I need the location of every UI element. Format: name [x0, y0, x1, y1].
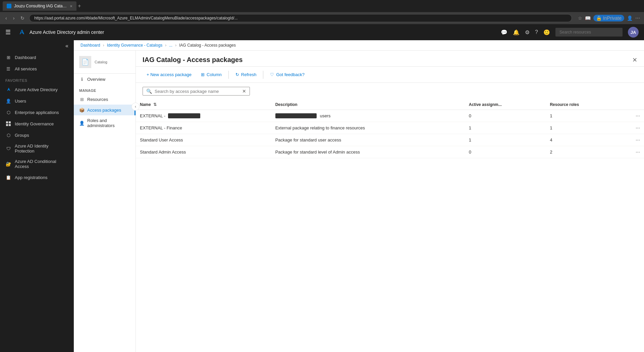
feedback-button[interactable]: ♡ Got feedback?: [266, 70, 309, 79]
row-3-actions[interactable]: ⋯: [620, 134, 644, 146]
sidebar-item-label: Users: [15, 99, 26, 104]
sidebar-item-label: All services: [15, 66, 37, 71]
svg-rect-1: [9, 121, 11, 123]
sidebar-item-azure-ad[interactable]: Azure Active Directory: [0, 84, 74, 95]
column-label: Column: [207, 72, 222, 77]
profile-icon[interactable]: 👤: [627, 15, 633, 21]
row-2-description: External package relating to finance res…: [271, 122, 465, 134]
secondary-nav-roles-admins[interactable]: 👤 Roles and administrators: [74, 115, 136, 131]
groups-icon: ⬡: [5, 132, 11, 138]
row-4-resource-roles: 2: [546, 146, 619, 158]
column-button[interactable]: ⊞ Column: [197, 70, 226, 79]
left-sidebar: « ⊞ Dashboard ☰ All services FAVORITES A…: [0, 40, 74, 352]
row-1-description: users: [271, 110, 465, 122]
secondary-sidebar-collapse-button[interactable]: ‹: [131, 103, 140, 111]
inprivate-icon: 🔒: [596, 15, 602, 21]
col-header-name[interactable]: Name ⇅: [136, 100, 271, 110]
search-input[interactable]: [155, 89, 239, 94]
table-row: Standard Admin Access Package for standa…: [136, 146, 644, 158]
tab-close-button[interactable]: ✕: [70, 4, 72, 8]
tab-favicon: [7, 4, 11, 8]
table-row: EXTERNAL - Finance External package rela…: [136, 122, 644, 134]
row-actions-icon[interactable]: ⋯: [636, 125, 640, 130]
forward-button[interactable]: ›: [12, 15, 16, 21]
back-button[interactable]: ‹: [4, 15, 8, 21]
redacted-name: [168, 113, 200, 118]
identity-protection-icon: 🛡: [5, 145, 11, 152]
azure-logo: [17, 28, 25, 36]
breadcrumb: Dashboard › Identity Governance - Catalo…: [74, 40, 644, 51]
row-actions-icon[interactable]: ⋯: [636, 150, 640, 155]
all-services-icon: ☰: [5, 66, 11, 72]
catalog-icon: 📄: [79, 56, 91, 68]
row-2-name[interactable]: EXTERNAL - Finance: [136, 122, 271, 134]
row-1-actions[interactable]: ⋯: [620, 110, 644, 122]
sidebar-item-label: Azure Active Directory: [15, 87, 58, 92]
new-access-package-button[interactable]: + New access package: [143, 70, 196, 79]
secondary-nav-access-packages[interactable]: 📦 Access packages: [74, 105, 136, 115]
settings-icon[interactable]: ⋯: [635, 15, 640, 21]
app-header: ☰ Azure Active Directory admin center 💬 …: [0, 24, 644, 40]
tab-title: Jouzu Consulting IAG Catalog -: [14, 4, 67, 8]
refresh-button[interactable]: ↻: [19, 15, 26, 21]
col-header-description[interactable]: Description: [271, 100, 465, 110]
app-title: Azure Active Directory admin center: [30, 30, 497, 35]
breadcrumb-ellipsis[interactable]: ...: [169, 43, 172, 48]
breadcrumb-dashboard[interactable]: Dashboard: [80, 43, 100, 48]
settings-gear-icon[interactable]: ⚙: [525, 29, 530, 36]
toolbar-divider-2: [263, 71, 263, 79]
sidebar-item-label: App registrations: [15, 175, 48, 180]
sidebar-collapse-button[interactable]: «: [0, 40, 74, 52]
reading-list-icon[interactable]: 📖: [585, 15, 591, 21]
star-icon[interactable]: ☆: [578, 15, 582, 21]
notifications-icon[interactable]: 🔔: [513, 29, 520, 36]
resources-icon: ⊞: [79, 97, 85, 102]
breadcrumb-sep-1: ›: [103, 43, 104, 48]
tab-bar: Jouzu Consulting IAG Catalog - ✕ +: [0, 0, 644, 12]
sidebar-item-dashboard[interactable]: ⊞ Dashboard: [0, 52, 74, 63]
access-packages-icon: 📦: [79, 107, 85, 113]
toolbar: + New access package ⊞ Column ↻ Refresh: [136, 67, 644, 83]
app-container: ☰ Azure Active Directory admin center 💬 …: [0, 24, 644, 352]
secondary-sidebar-header: 📄 Catalog: [74, 51, 136, 74]
row-3-name[interactable]: Standard User Access: [136, 134, 271, 146]
browser-actions: ☆ 📖 🔒 InPrivate 👤 ⋯: [578, 15, 640, 21]
breadcrumb-identity-governance[interactable]: Identity Governance - Catalogs: [107, 43, 162, 48]
global-search-input[interactable]: [555, 28, 623, 37]
col-header-resource-roles[interactable]: Resource roles: [546, 100, 619, 110]
new-tab-button[interactable]: +: [78, 3, 81, 9]
sidebar-item-identity-protection[interactable]: 🛡 Azure AD Identity Protection: [0, 141, 74, 156]
row-4-name[interactable]: Standard Admin Access: [136, 146, 271, 158]
refresh-label: Refresh: [241, 72, 257, 77]
row-2-actions[interactable]: ⋯: [620, 122, 644, 134]
user-avatar[interactable]: JA: [628, 27, 639, 38]
sidebar-item-enterprise-apps[interactable]: ⬡ Enterprise applications: [0, 107, 74, 118]
sidebar-item-conditional-access[interactable]: 🔐 Azure AD Conditional Access: [0, 156, 74, 172]
emoji-icon[interactable]: 🙂: [543, 29, 550, 36]
sidebar-item-app-registrations[interactable]: 📋 App registrations: [0, 172, 74, 183]
secondary-nav-resources[interactable]: ⊞ Resources: [74, 94, 136, 105]
sidebar-item-all-services[interactable]: ☰ All services: [0, 63, 74, 74]
search-clear-button[interactable]: ✕: [242, 89, 246, 94]
row-actions-icon[interactable]: ⋯: [636, 113, 640, 118]
help-icon[interactable]: ?: [535, 29, 538, 35]
close-panel-button[interactable]: ✕: [632, 56, 637, 64]
row-4-actions[interactable]: ⋯: [620, 146, 644, 158]
breadcrumb-sep-3: ›: [175, 43, 176, 48]
sidebar-item-label: Azure AD Conditional Access: [15, 159, 68, 169]
sidebar-item-identity-governance[interactable]: Identity Governance: [0, 118, 74, 129]
sidebar-item-users[interactable]: 👤 Users: [0, 95, 74, 107]
content-area: Dashboard › Identity Governance - Catalo…: [74, 40, 644, 352]
row-actions-icon[interactable]: ⋯: [636, 137, 640, 142]
redacted-desc: [275, 113, 317, 118]
secondary-nav-overview[interactable]: ℹ Overview: [74, 74, 136, 84]
inprivate-label: InPrivate: [603, 15, 622, 21]
refresh-button[interactable]: ↻ Refresh: [231, 70, 261, 79]
feedback-icon[interactable]: 💬: [501, 29, 507, 36]
active-tab[interactable]: Jouzu Consulting IAG Catalog - ✕: [3, 1, 76, 11]
column-icon: ⊞: [201, 72, 205, 77]
address-input[interactable]: [29, 14, 572, 22]
col-header-active-assignments[interactable]: Active assignm...: [465, 100, 546, 110]
sidebar-item-groups[interactable]: ⬡ Groups: [0, 129, 74, 141]
hamburger-menu[interactable]: ☰: [5, 28, 11, 36]
